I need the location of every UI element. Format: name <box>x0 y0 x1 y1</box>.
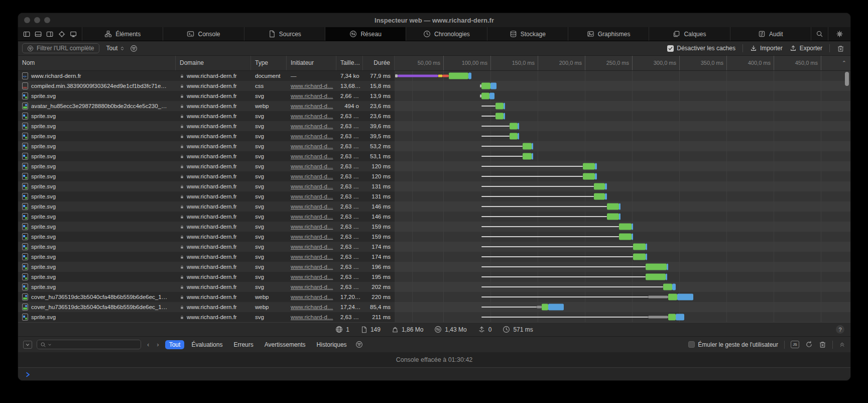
network-request-row[interactable]: sprite.svgwww.richard-dern.frsvgwww.rich… <box>18 171 850 181</box>
initiator-link[interactable]: www.richard-d… <box>291 234 333 240</box>
initiator-link[interactable]: www.richard-d… <box>291 133 333 139</box>
network-request-row[interactable]: sprite.svgwww.richard-dern.frsvgwww.rich… <box>18 272 850 282</box>
network-request-row[interactable]: sprite.svgwww.richard-dern.frsvgwww.rich… <box>18 121 850 131</box>
initiator-link[interactable]: www.richard-d… <box>291 83 333 89</box>
network-request-row[interactable]: sprite.svgwww.richard-dern.frsvgwww.rich… <box>18 131 850 141</box>
next-result-button[interactable]: › <box>155 341 160 348</box>
export-button[interactable]: Exporter <box>790 45 822 52</box>
initiator-link[interactable]: www.richard-d… <box>291 143 333 149</box>
network-request-row[interactable]: sprite.svgwww.richard-dern.frsvgwww.rich… <box>18 232 850 242</box>
console-prompt[interactable] <box>18 368 850 380</box>
network-request-row[interactable]: <>www.richard-dern.frwww.richard-dern.fr… <box>18 71 850 81</box>
disable-caches-checkbox[interactable]: Désactiver les caches <box>667 45 735 52</box>
initiator-link[interactable]: www.richard-d… <box>291 103 333 109</box>
zoom-window-button[interactable] <box>44 17 50 23</box>
network-request-row[interactable]: sprite.svgwww.richard-dern.frsvgwww.rich… <box>18 181 850 191</box>
filter-options-button[interactable] <box>130 45 138 52</box>
initiator-link[interactable]: www.richard-d… <box>291 254 333 260</box>
inspect-element-icon[interactable] <box>58 30 65 38</box>
network-request-row[interactable]: sprite.svgwww.richard-dern.frsvgwww.rich… <box>18 262 850 272</box>
initiator-link[interactable]: www.richard-d… <box>291 173 333 179</box>
initiator-link[interactable]: www.richard-d… <box>291 193 333 199</box>
column-header-durée[interactable]: Durée <box>363 56 395 70</box>
initiator-link[interactable]: www.richard-d… <box>291 264 333 270</box>
network-request-row[interactable]: sprite.svgwww.richard-dern.frsvgwww.rich… <box>18 111 850 121</box>
network-request-row[interactable]: cover_hu736519dc3b5040cfa48b6b559b6de6ec… <box>18 302 850 312</box>
network-request-row[interactable]: sprite.svgwww.richard-dern.frsvgwww.rich… <box>18 212 850 222</box>
url-filter-input[interactable]: Filtrer l'URL complète <box>22 43 99 53</box>
console-scope-historiques[interactable]: Historiques <box>313 340 351 349</box>
console-source-dropdown[interactable] <box>23 341 32 349</box>
network-request-row[interactable]: sprite.svgwww.richard-dern.frsvgwww.rich… <box>18 252 850 262</box>
dock-bottom-icon[interactable] <box>35 30 42 38</box>
network-request-row[interactable]: cover_hu736519dc3b5040cfa48b6b559b6de6ec… <box>18 292 850 302</box>
tab-réseau[interactable]: Réseau <box>325 27 406 41</box>
console-filter-button[interactable] <box>355 341 363 348</box>
close-window-button[interactable] <box>24 17 30 23</box>
initiator-link[interactable]: www.richard-d… <box>291 163 333 169</box>
network-request-row[interactable]: sprite.svgwww.richard-dern.frsvgwww.rich… <box>18 191 850 201</box>
initiator-link[interactable]: www.richard-d… <box>291 113 333 119</box>
script-context-button[interactable]: JS <box>791 341 799 348</box>
tab-graphismes[interactable]: Graphismes <box>568 27 649 41</box>
network-request-row[interactable]: sprite.svgwww.richard-dern.frsvgwww.rich… <box>18 151 850 161</box>
tab-stockage[interactable]: Stockage <box>487 27 568 41</box>
initiator-link[interactable]: www.richard-d… <box>291 204 333 210</box>
initiator-link[interactable]: www.richard-d… <box>291 123 333 129</box>
network-request-row[interactable]: sprite.svgwww.richard-dern.frsvgwww.rich… <box>18 312 850 322</box>
settings-button[interactable] <box>828 27 850 41</box>
column-header-type[interactable]: Type <box>251 56 287 70</box>
initiator-link[interactable]: www.richard-d… <box>291 314 333 320</box>
network-request-row[interactable]: sprite.svgwww.richard-dern.frsvgwww.rich… <box>18 201 850 212</box>
clear-console-icon[interactable] <box>819 341 826 348</box>
previous-result-button[interactable]: ‹ <box>146 341 151 348</box>
tab-éléments[interactable]: Éléments <box>82 27 163 41</box>
initiator-link[interactable]: www.richard-d… <box>291 183 333 189</box>
help-button[interactable]: ? <box>836 325 844 334</box>
network-request-row[interactable]: sprite.svgwww.richard-dern.frsvgwww.rich… <box>18 141 850 151</box>
initiator-link[interactable]: www.richard-d… <box>291 153 333 159</box>
search-button[interactable] <box>811 27 828 41</box>
clear-network-items-button[interactable] <box>837 45 844 52</box>
timeline-scrollbar-thumb[interactable] <box>845 72 849 86</box>
console-scope-avertissements[interactable]: Avertissements <box>261 340 310 349</box>
emulate-user-gesture-checkbox[interactable]: Émuler le geste de l'utilisateur <box>688 341 778 348</box>
network-request-row[interactable]: sprite.svgwww.richard-dern.frsvgwww.rich… <box>18 91 850 101</box>
device-settings-icon[interactable] <box>70 30 77 38</box>
refresh-icon[interactable] <box>805 341 813 348</box>
column-header-initiateur[interactable]: Initiateur <box>287 56 336 70</box>
network-request-row[interactable]: avatar_hu85ecc3e298728880b0bde2dcc4e5c23… <box>18 101 850 111</box>
tab-calques[interactable]: Calques <box>649 27 730 41</box>
network-request-row[interactable]: sprite.svgwww.richard-dern.frsvgwww.rich… <box>18 222 850 232</box>
initiator-link[interactable]: www.richard-d… <box>291 294 333 300</box>
initiator-link[interactable]: www.richard-d… <box>291 93 333 99</box>
resource-type-select[interactable]: Tout <box>106 45 126 52</box>
tab-chronologies[interactable]: Chronologies <box>406 27 487 41</box>
network-request-row[interactable]: csscompiled.min.38390909f303624ed9e1cf1b… <box>18 81 850 91</box>
import-button[interactable]: Importer <box>750 45 783 52</box>
network-request-row[interactable]: sprite.svgwww.richard-dern.frsvgwww.rich… <box>18 242 850 252</box>
dock-right-icon[interactable] <box>46 30 53 38</box>
expand-console-icon[interactable] <box>839 341 845 348</box>
network-request-row[interactable]: sprite.svgwww.richard-dern.frsvgwww.rich… <box>18 161 850 171</box>
initiator-link[interactable]: www.richard-d… <box>291 224 333 230</box>
column-header-nom[interactable]: Nom <box>18 56 176 70</box>
column-header-domaine[interactable]: Domaine <box>176 56 251 70</box>
initiator-link[interactable]: www.richard-d… <box>291 214 333 220</box>
column-header-taille[interactable]: Taille… <box>336 56 363 70</box>
initiator-link[interactable]: www.richard-d… <box>291 274 333 280</box>
tab-console[interactable]: Console <box>163 27 244 41</box>
console-scope-erreurs[interactable]: Erreurs <box>229 340 257 349</box>
tab-sources[interactable]: Sources <box>244 27 325 41</box>
console-search-input[interactable] <box>37 340 141 349</box>
initiator-link[interactable]: www.richard-d… <box>291 284 333 290</box>
network-request-row[interactable]: sprite.svgwww.richard-dern.frsvgwww.rich… <box>18 282 850 292</box>
initiator-link[interactable]: www.richard-d… <box>291 304 333 310</box>
tab-audit[interactable]: Audit <box>730 27 811 41</box>
dock-left-icon[interactable] <box>23 30 30 38</box>
scroll-up-arrow[interactable]: ⌃ <box>842 56 846 70</box>
console-scope-évaluations[interactable]: Évaluations <box>187 340 226 349</box>
console-scope-tout[interactable]: Tout <box>165 340 185 349</box>
initiator-link[interactable]: www.richard-d… <box>291 244 333 250</box>
minimize-window-button[interactable] <box>34 17 40 23</box>
